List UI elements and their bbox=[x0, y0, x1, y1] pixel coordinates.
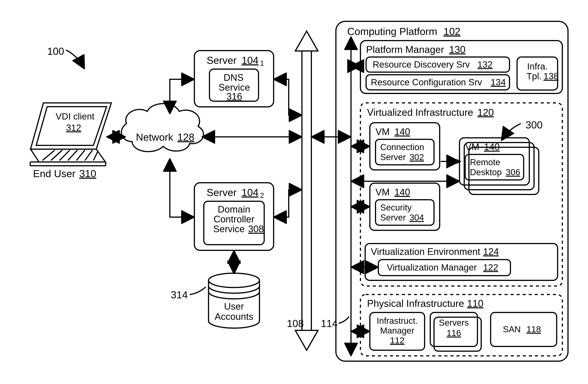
env-label: Virtualization Environment bbox=[371, 246, 480, 257]
vi-ref: 120 bbox=[477, 107, 494, 118]
server-1: Server 104 1 DNS Service 316 bbox=[194, 51, 274, 107]
network-cloud: Network 128 bbox=[121, 104, 203, 152]
system-ref: 100 bbox=[47, 45, 64, 57]
san-label: SAN bbox=[503, 324, 521, 334]
server-2: Server 104 2 Domain Controller Service 3… bbox=[194, 183, 274, 250]
san-ref: 118 bbox=[526, 324, 541, 334]
virtualized-infrastructure: Virtualized Infrastructure 120 300 VM 14… bbox=[360, 103, 562, 286]
conn-s2-bus bbox=[274, 190, 301, 217]
rcs-label: Resource Configuration Srv bbox=[371, 77, 482, 87]
system-arrow bbox=[66, 50, 84, 68]
right-bus-connector bbox=[339, 317, 349, 323]
vm-sec-label: VM bbox=[376, 187, 390, 197]
platform-manager: Platform Manager 130 Resource Discovery … bbox=[360, 41, 562, 93]
network-ref: 128 bbox=[177, 131, 194, 143]
vm-rd-label: VM bbox=[465, 142, 479, 152]
server1-label: Server bbox=[207, 55, 237, 66]
vm-rd-iref: 306 bbox=[506, 167, 520, 177]
svg-point-5 bbox=[209, 273, 259, 288]
vm-rd-i2: Desktop bbox=[470, 167, 502, 177]
tpl-l1: Infra. bbox=[527, 61, 548, 71]
vm-sec-i1: Security bbox=[380, 203, 412, 213]
server2-label: Server bbox=[207, 187, 237, 198]
end-user-label: End User bbox=[33, 168, 76, 179]
ua-l2: Accounts bbox=[214, 311, 253, 322]
im-l1: Infrastruct. bbox=[377, 316, 418, 326]
cp-label: Computing Platform bbox=[347, 26, 437, 37]
vm-conn-ref: 140 bbox=[394, 127, 410, 137]
user-accounts-db: User Accounts bbox=[209, 273, 259, 328]
vm-conn-iref: 302 bbox=[409, 152, 424, 162]
dc-l3: Service bbox=[213, 224, 245, 234]
end-user-ref: 310 bbox=[79, 168, 96, 179]
server1-ref: 104 bbox=[242, 55, 258, 66]
diagram-canvas: 100 VDI client 312 End User 310 Network … bbox=[0, 0, 588, 384]
tpl-l2: Tpl. bbox=[526, 71, 542, 81]
vdi-ref: 300 bbox=[525, 119, 543, 130]
pi-label: Physical Infrastructure bbox=[367, 298, 464, 309]
vi-label: Virtualized Infrastructure bbox=[367, 107, 473, 118]
srv-label: Servers bbox=[439, 318, 469, 328]
ua-ref-connector bbox=[190, 287, 206, 295]
tpl-ref: 138 bbox=[544, 71, 559, 81]
pm-label: Platform Manager bbox=[366, 44, 444, 55]
svg-rect-6 bbox=[302, 51, 311, 330]
left-bus-ref: 108 bbox=[287, 318, 304, 329]
dns-l1: DNS bbox=[224, 72, 244, 83]
server2-sub: 2 bbox=[260, 192, 264, 199]
env-mgr-label: Virtualization Manager bbox=[387, 262, 477, 272]
vm-sec-iref: 304 bbox=[409, 213, 424, 222]
vdi-client-label: VDI client bbox=[56, 111, 94, 121]
im-l2: Manager bbox=[380, 326, 414, 336]
rds-ref: 132 bbox=[477, 60, 493, 69]
vm-sec-i2: Server bbox=[380, 213, 406, 222]
pi-ref: 110 bbox=[467, 298, 483, 309]
left-bus bbox=[295, 31, 318, 350]
svg-rect-26 bbox=[491, 312, 557, 346]
conn-cloud-s2 bbox=[170, 160, 193, 217]
ua-ref: 314 bbox=[171, 289, 188, 300]
dc-l1: Domain bbox=[218, 204, 250, 215]
rds-label: Resource Discovery Srv bbox=[373, 60, 470, 69]
server1-sub: 1 bbox=[260, 59, 264, 67]
network-label: Network bbox=[136, 131, 173, 143]
dc-ref: 308 bbox=[248, 224, 264, 234]
ua-l1: User bbox=[224, 301, 244, 312]
vm-conn-i2: Server bbox=[380, 152, 406, 162]
env-ref: 124 bbox=[483, 246, 499, 257]
vm-sec-ref: 140 bbox=[394, 187, 410, 197]
right-bus-ref: 114 bbox=[321, 318, 338, 329]
vm-rd-i1: Remote bbox=[470, 157, 500, 167]
rcs-ref: 134 bbox=[491, 77, 506, 87]
dc-l2: Controller bbox=[214, 214, 254, 224]
cp-ref: 102 bbox=[443, 26, 461, 37]
svg-rect-0 bbox=[30, 162, 106, 166]
pm-ref: 130 bbox=[449, 44, 465, 55]
vm-conn-label: VM bbox=[376, 127, 390, 137]
srv-ref: 116 bbox=[447, 328, 461, 338]
vm-conn-i1: Connection bbox=[380, 142, 424, 152]
server2-ref: 104 bbox=[242, 187, 258, 198]
dns-ref: 316 bbox=[227, 91, 242, 102]
im-ref: 112 bbox=[390, 336, 405, 345]
conn-s1-bus bbox=[274, 79, 301, 115]
vdi-client-ref: 312 bbox=[66, 123, 81, 133]
env-mgr-ref: 122 bbox=[483, 262, 498, 272]
end-user-laptop: VDI client 312 bbox=[30, 103, 111, 166]
physical-infrastructure: Physical Infrastructure 110 Infrastruct.… bbox=[360, 295, 562, 356]
vm-rd-ref: 140 bbox=[484, 142, 500, 152]
